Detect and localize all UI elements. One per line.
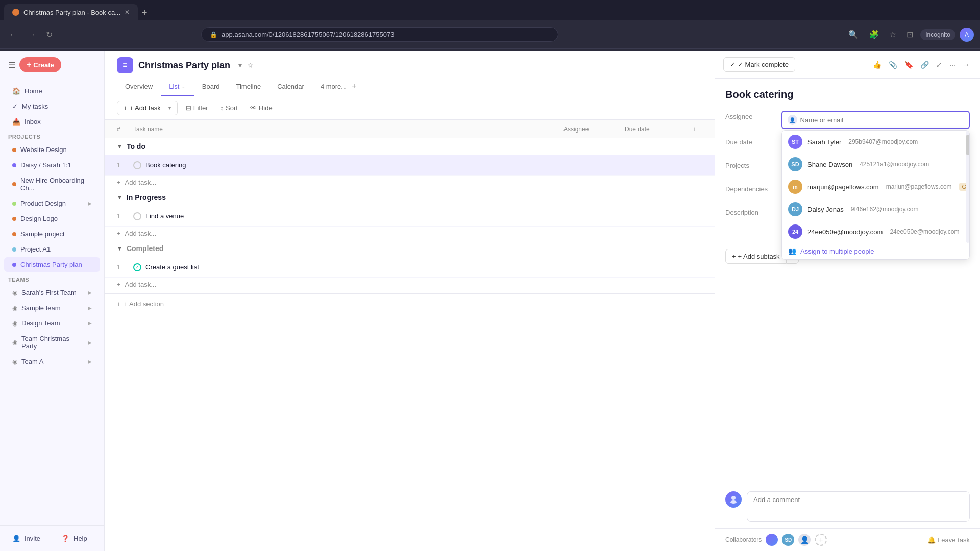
comment-user-avatar: [725, 491, 742, 508]
sarahs-first-team-arrow: ▶: [88, 290, 92, 295]
add-subtask-button[interactable]: + + Add subtask: [725, 249, 787, 264]
sidebar-button[interactable]: ⊡: [903, 28, 916, 41]
help-button[interactable]: ❓ Help: [53, 531, 100, 546]
scrollbar-thumb[interactable]: [966, 135, 969, 155]
create-button[interactable]: + Create: [19, 57, 61, 72]
add-collaborator-button[interactable]: +: [815, 534, 827, 546]
add-task-button[interactable]: + + Add task ▾: [117, 101, 178, 115]
section-title-completed: Completed: [127, 244, 163, 253]
search-browser-button[interactable]: 🔍: [845, 28, 862, 41]
dropdown-item-shane[interactable]: SD Shane Dawson 425121a1@moodjoy.com: [782, 153, 969, 176]
sidebar-item-daisy-sarah[interactable]: Daisy / Sarah 1:1: [4, 158, 100, 172]
add-tab-button[interactable]: +: [352, 82, 356, 91]
hide-icon: 👁: [250, 104, 257, 112]
add-section-row[interactable]: + + Add section: [105, 293, 715, 314]
tab-overview[interactable]: Overview: [117, 78, 161, 96]
sidebar-item-sarahs-first-team[interactable]: ◉ Sarah's First Team ▶: [4, 285, 100, 300]
tab-board[interactable]: Board: [194, 78, 228, 96]
add-task-row-to-do[interactable]: + Add task...: [105, 176, 715, 189]
profile-icon[interactable]: A: [960, 28, 974, 42]
sidebar-item-design-team[interactable]: ◉ Design Team ▶: [4, 316, 100, 331]
tab-title: Christmas Party plan - Book ca...: [23, 9, 120, 16]
sidebar-item-inbox[interactable]: 📥 Inbox: [4, 114, 100, 129]
active-tab[interactable]: Christmas Party plan - Book ca... ✕: [4, 4, 138, 20]
dropdown-item-sarah[interactable]: ST Sarah Tyler 295b9407@moodjoy.com: [782, 131, 969, 153]
sidebar-project-a1-label: Project A1: [20, 245, 51, 253]
forward-button[interactable]: →: [24, 28, 39, 41]
home-icon: 🏠: [12, 87, 20, 95]
mark-button[interactable]: 🔖: [902, 59, 915, 71]
col-header-add[interactable]: +: [686, 126, 702, 133]
sidebar-item-home[interactable]: 🏠 Home: [4, 84, 100, 98]
tab-list[interactable]: List ...: [161, 78, 194, 96]
assign-multiple-option[interactable]: 👥 Assign to multiple people: [782, 243, 969, 259]
comment-input[interactable]: [747, 491, 970, 522]
section-header-completed[interactable]: ▼ Completed: [105, 240, 715, 257]
sidebar-item-christmas-party[interactable]: Christmas Party plan: [4, 257, 100, 272]
product-design-dot: [12, 202, 16, 206]
hamburger-button[interactable]: ☰: [8, 60, 15, 70]
checkmark-icon: ✓: [730, 61, 736, 68]
assignee-text-input[interactable]: [800, 116, 964, 124]
mark-complete-label: ✓ Mark complete: [738, 61, 789, 68]
address-bar[interactable]: 🔒 app.asana.com/0/1206182861755067/12061…: [201, 27, 558, 42]
sidebar-item-website-design[interactable]: Website Design: [4, 142, 100, 157]
tab-more[interactable]: 4 more... +: [312, 78, 365, 96]
sidebar-item-new-hire[interactable]: New Hire Onboarding Ch...: [4, 173, 100, 195]
sort-button[interactable]: ↕ Sort: [216, 102, 242, 114]
add-section-label: + Add section: [124, 300, 164, 308]
add-subtask-label: + Add subtask: [738, 253, 780, 260]
task-row-book-catering[interactable]: 1 Book catering: [105, 155, 715, 176]
task-check-book-catering[interactable]: [133, 161, 141, 169]
extensions-button[interactable]: 🧩: [866, 28, 882, 41]
add-task-row-in-progress[interactable]: + Add task...: [105, 227, 715, 240]
sidebar-item-sample-project[interactable]: Sample project: [4, 227, 100, 241]
tab-close-button[interactable]: ✕: [125, 9, 130, 16]
assignee-input-box[interactable]: 👤: [781, 111, 970, 129]
hide-button[interactable]: 👁 Hide: [246, 102, 277, 114]
link-button[interactable]: 🔗: [918, 59, 931, 71]
like-button[interactable]: 👍: [871, 59, 884, 71]
section-header-in-progress[interactable]: ▼ In Progress: [105, 189, 715, 206]
sidebar-item-sample-team[interactable]: ◉ Sample team ▶: [4, 300, 100, 315]
task-check-guest-list[interactable]: [133, 263, 141, 271]
dropdown-item-num24[interactable]: 24 24ee050e@moodjoy.com 24ee050e@moodjoy…: [782, 220, 969, 243]
sidebar-item-project-a1[interactable]: Project A1: [4, 242, 100, 257]
sidebar-item-design-logo[interactable]: Design Logo: [4, 211, 100, 226]
sidebar-item-team-christmas-party[interactable]: ◉ Team Christmas Party ▶: [4, 331, 100, 354]
more-button[interactable]: ···: [947, 59, 958, 71]
bookmark-button[interactable]: ☆: [886, 28, 899, 41]
add-task-row-completed[interactable]: + Add task...: [105, 278, 715, 291]
expand-button[interactable]: ⤢: [934, 59, 944, 71]
sidebar-item-product-design[interactable]: Product Design ▶: [4, 196, 100, 211]
project-dropdown-button[interactable]: ▾: [237, 60, 243, 70]
add-task-dropdown-icon[interactable]: ▾: [165, 105, 171, 111]
comment-area: [715, 485, 980, 528]
project-star-button[interactable]: ☆: [246, 60, 255, 70]
filter-button[interactable]: ⊟ Filter: [182, 102, 212, 114]
dropdown-item-daisy[interactable]: DJ Daisy Jonas 9f46e162@moodjoy.com: [782, 198, 969, 220]
section-header-to-do[interactable]: ▼ To do: [105, 138, 715, 155]
mark-complete-button[interactable]: ✓ ✓ Mark complete: [723, 57, 795, 72]
tab-timeline[interactable]: Timeline: [228, 78, 269, 96]
reload-button[interactable]: ↻: [43, 28, 56, 41]
section-collapse-icon-completed: ▼: [117, 245, 122, 252]
dropdown-item-marjun[interactable]: m marjun@pageflows.com marjun@pageflows.…: [782, 176, 969, 198]
close-panel-button[interactable]: →: [961, 59, 972, 71]
sidebar-item-team-a[interactable]: ◉ Team A ▶: [4, 354, 100, 369]
task-check-find-venue[interactable]: [133, 212, 141, 220]
back-button[interactable]: ←: [6, 28, 20, 41]
new-tab-button[interactable]: +: [138, 6, 152, 20]
task-name-col-book-catering: Book catering: [133, 161, 580, 169]
invite-button[interactable]: 👤 Invite: [4, 531, 51, 546]
email-daisy: 9f46e162@moodjoy.com: [851, 206, 919, 213]
col-header-num: #: [117, 126, 133, 133]
name-num24: 24ee050e@moodjoy.com: [807, 228, 883, 236]
attach-button[interactable]: 📎: [887, 59, 899, 71]
task-row-find-venue[interactable]: 1 Find a venue: [105, 206, 715, 227]
sidebar-design-logo-label: Design Logo: [20, 215, 58, 222]
task-row-guest-list[interactable]: 1 Create a guest list: [105, 257, 715, 278]
sidebar-item-my-tasks[interactable]: ✓ My tasks: [4, 99, 100, 114]
leave-task-button[interactable]: 🔔 Leave task: [927, 536, 970, 544]
tab-calendar[interactable]: Calendar: [269, 78, 312, 96]
